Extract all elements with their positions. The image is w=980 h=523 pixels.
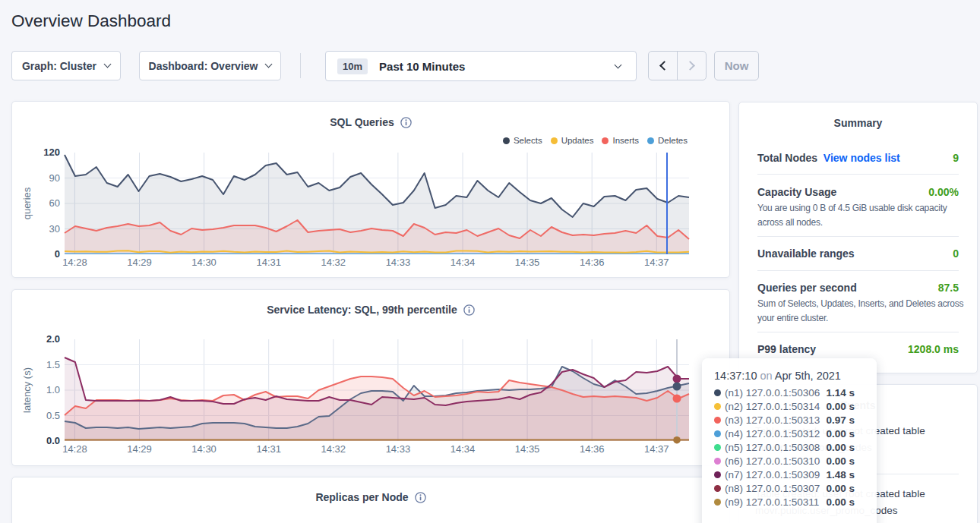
svg-text:14:28: 14:28 [62, 257, 87, 268]
svg-text:14:30: 14:30 [191, 443, 217, 455]
svg-text:1.5: 1.5 [46, 359, 60, 370]
svg-text:2.0: 2.0 [46, 333, 60, 345]
svg-text:14:32: 14:32 [321, 257, 346, 268]
svg-text:14:35: 14:35 [515, 257, 540, 268]
svg-text:0.5: 0.5 [46, 410, 60, 421]
svg-text:14:37: 14:37 [644, 257, 669, 268]
svg-text:14:35: 14:35 [515, 443, 540, 455]
svg-text:14:33: 14:33 [386, 257, 411, 268]
svg-text:0.0: 0.0 [46, 435, 60, 446]
svg-text:14:30: 14:30 [191, 257, 217, 268]
svg-text:14:29: 14:29 [127, 443, 152, 455]
svg-text:latency (s): latency (s) [21, 367, 33, 413]
svg-text:60: 60 [49, 197, 60, 209]
svg-text:14:34: 14:34 [450, 443, 476, 455]
svg-text:14:31: 14:31 [256, 257, 281, 268]
svg-text:120: 120 [43, 147, 60, 158]
svg-text:0: 0 [55, 248, 60, 260]
svg-text:queries: queries [21, 187, 33, 219]
svg-text:30: 30 [49, 223, 60, 235]
svg-text:90: 90 [49, 172, 60, 184]
svg-text:14:32: 14:32 [321, 443, 346, 455]
svg-text:14:37: 14:37 [644, 443, 669, 455]
svg-text:14:29: 14:29 [127, 257, 152, 268]
svg-text:14:33: 14:33 [386, 443, 411, 455]
svg-text:14:31: 14:31 [256, 443, 281, 455]
svg-text:14:36: 14:36 [580, 257, 605, 268]
svg-text:14:34: 14:34 [450, 257, 476, 268]
svg-text:1.0: 1.0 [46, 384, 60, 395]
svg-text:14:28: 14:28 [62, 443, 87, 455]
svg-text:14:36: 14:36 [580, 443, 605, 455]
